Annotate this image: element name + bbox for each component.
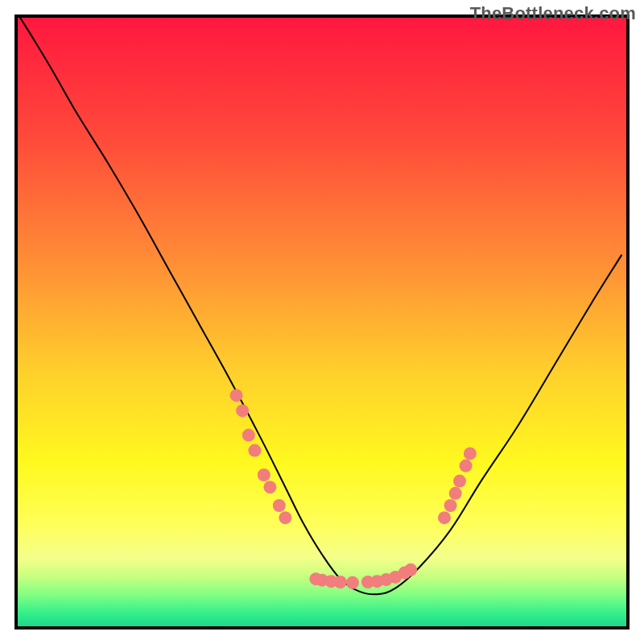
gpu-marker-dot <box>236 404 249 417</box>
gpu-marker-dot <box>248 444 261 457</box>
gpu-marker-dot <box>449 487 462 500</box>
gpu-marker-dot <box>404 564 417 576</box>
gpu-marker-dot <box>464 447 477 460</box>
watermark-text: TheBottleneck.com <box>470 3 636 24</box>
gpu-marker-dot <box>453 475 466 488</box>
gpu-marker-dot <box>273 499 286 512</box>
gpu-marker-dot <box>438 511 451 524</box>
gpu-marker-dot <box>460 460 473 473</box>
bottleneck-chart <box>0 0 644 644</box>
gpu-marker-dot <box>263 481 276 493</box>
gpu-marker-dot <box>346 576 359 589</box>
gpu-marker-dot <box>444 499 457 512</box>
gpu-marker-dot <box>279 511 291 524</box>
gpu-marker-dot <box>258 469 270 481</box>
gpu-marker-dot <box>242 429 255 442</box>
gpu-marker-dot <box>334 576 347 588</box>
plot-background <box>16 16 628 628</box>
gpu-marker-dot <box>230 389 243 402</box>
chart-frame: TheBottleneck.com <box>0 0 644 644</box>
